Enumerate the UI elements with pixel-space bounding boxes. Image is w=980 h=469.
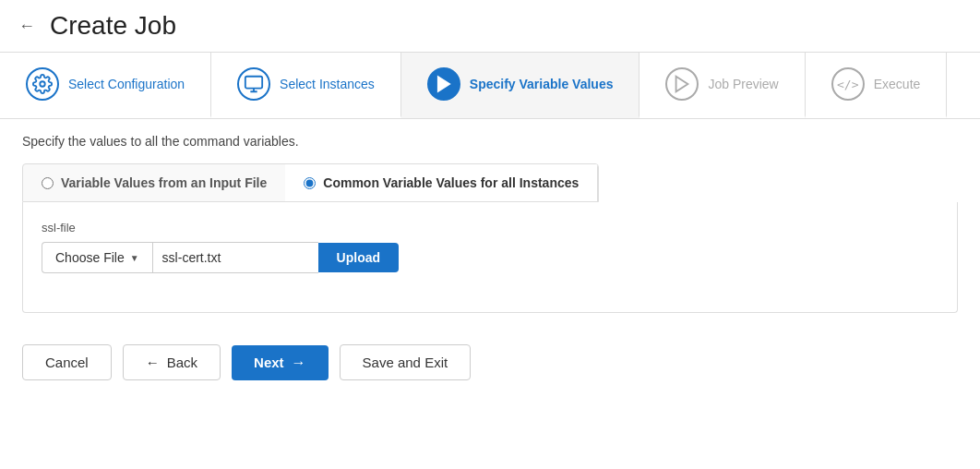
tab-job-preview-label: Job Preview [708, 77, 778, 91]
cancel-button[interactable]: Cancel [22, 344, 112, 380]
back-arrow-icon: ← [146, 355, 160, 370]
radio-tab-input-file[interactable]: Variable Values from an Input File [23, 164, 285, 201]
radio-input-file-label: Variable Values from an Input File [61, 175, 267, 190]
next-button[interactable]: Next → [232, 345, 329, 380]
play-icon [427, 67, 460, 101]
next-arrow-icon: → [292, 355, 306, 371]
preview-icon [665, 67, 699, 101]
tab-select-configuration-label: Select Configuration [68, 77, 185, 91]
file-input-row: Choose File ▼ Upload [42, 242, 938, 273]
description-text: Specify the values to all the command va… [22, 134, 958, 149]
tab-select-instances-label: Select Instances [280, 77, 375, 91]
instances-icon [237, 67, 270, 101]
radio-input-file[interactable] [42, 177, 54, 189]
back-arrow-icon[interactable]: ← [18, 17, 35, 36]
code-icon: </> [831, 67, 865, 101]
tab-specify-variable-values[interactable]: Specify Variable Values [401, 53, 640, 118]
main-content: Specify the values to all the command va… [0, 119, 980, 313]
header: ← Create Job [0, 0, 980, 53]
page-title: Create Job [50, 11, 176, 41]
form-area: ssl-file Choose File ▼ Upload [22, 202, 958, 313]
tab-select-configuration[interactable]: Select Configuration [0, 53, 211, 118]
back-label: Back [167, 355, 197, 370]
tab-specify-variable-values-label: Specify Variable Values [470, 77, 614, 91]
footer: Cancel ← Back Next → Save and Exit [0, 328, 980, 397]
save-exit-button[interactable]: Save and Exit [340, 344, 472, 380]
ssl-file-label: ssl-file [42, 221, 938, 234]
radio-common-values[interactable] [304, 177, 316, 189]
tab-select-instances[interactable]: Select Instances [211, 53, 401, 118]
upload-button[interactable]: Upload [318, 243, 399, 272]
svg-rect-1 [245, 77, 262, 89]
next-label: Next [254, 355, 284, 370]
choose-file-button[interactable]: Choose File ▼ [42, 242, 152, 273]
svg-point-0 [40, 81, 45, 87]
svg-marker-3 [676, 77, 688, 92]
tab-execute[interactable]: </> Execute [806, 53, 948, 118]
gear-icon [26, 67, 59, 101]
tab-job-preview[interactable]: Job Preview [639, 53, 805, 118]
radio-tab-common-values[interactable]: Common Variable Values for all Instances [285, 164, 598, 201]
radio-tab-group: Variable Values from an Input File Commo… [22, 163, 599, 202]
back-button[interactable]: ← Back [123, 344, 221, 380]
tab-execute-label: Execute [874, 77, 921, 91]
choose-file-label: Choose File [55, 250, 125, 265]
radio-common-values-label: Common Variable Values for all Instances [323, 175, 579, 190]
chevron-down-icon: ▼ [130, 253, 139, 263]
svg-marker-2 [437, 77, 449, 92]
file-name-input[interactable] [152, 242, 318, 273]
tab-bar: Select Configuration Select Instances Sp… [0, 53, 980, 119]
